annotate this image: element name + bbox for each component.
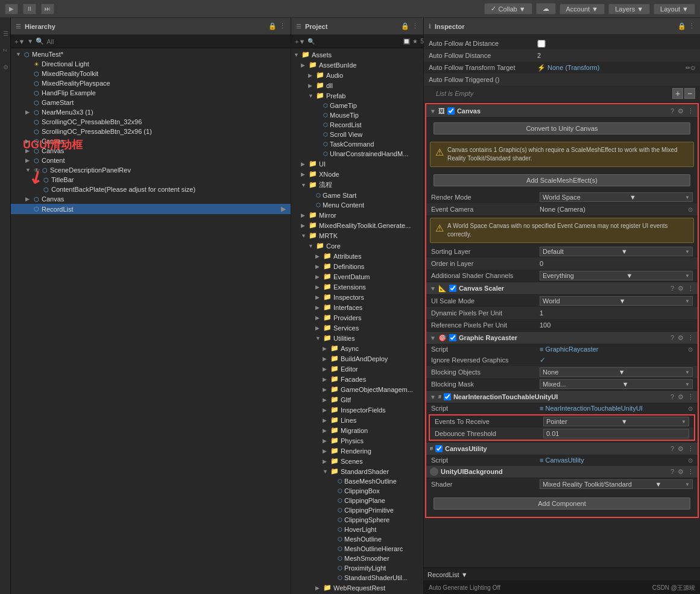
inspector-more-icon[interactable]: ⋮ [689, 22, 695, 30]
list-item[interactable]: ▶ 📁 XNode [291, 169, 423, 179]
project-more-icon[interactable]: ⋮ [412, 22, 418, 30]
canvas-scaler-settings-icon[interactable]: ⚙ [678, 285, 684, 292]
list-item[interactable]: ▶ ⬡ MixedRealityToolkit [11, 69, 291, 78]
pause-button[interactable]: ⏸ [23, 4, 36, 14]
canvas-scaler-header[interactable]: ▼ 📐 Canvas Scaler ? ⚙ ⋮ [426, 282, 698, 295]
canvas-utility-more-icon[interactable]: ⋮ [687, 445, 694, 453]
list-item[interactable]: ▼ 📁 StandardShader [291, 466, 423, 476]
list-item[interactable]: ⬡ ClippingPlane [291, 496, 423, 505]
list-item[interactable]: ▼ 📁 Prefab [291, 90, 423, 101]
list-item[interactable]: ▼ 📁 Utilities [291, 333, 423, 343]
list-item[interactable]: ▶ 📁 Providers [291, 312, 423, 323]
cloud-button[interactable]: ☁ [536, 3, 556, 14]
near-script-target-icon[interactable]: ⊙ [688, 405, 693, 412]
project-search-input[interactable] [317, 38, 400, 45]
sorting-layer-select[interactable]: Default ▼ [540, 247, 693, 256]
list-item[interactable]: ▶ 📁 Scenes [291, 456, 423, 466]
list-item[interactable]: ▶ 📁 Editor [291, 364, 423, 374]
list-item[interactable]: ▶ ⬡ Content [11, 156, 291, 165]
list-item[interactable]: ▶ ☀ Directional Light [11, 59, 291, 69]
list-item[interactable]: ⬡ ClippingBox [291, 486, 423, 496]
list-item[interactable]: ▼ 📁 MRTK [291, 230, 423, 241]
events-to-receive-select[interactable]: Pointer ▼ [543, 417, 689, 426]
list-item[interactable]: ⬡ RecordList [291, 120, 423, 130]
list-item[interactable]: ▶ 📁 UI [291, 159, 423, 169]
list-item[interactable]: ▶ 📁 InspectorFields [291, 405, 423, 415]
hierarchy-search-input[interactable] [46, 38, 287, 45]
list-item[interactable]: ▶ 📁 Async [291, 343, 423, 353]
list-item[interactable]: ▶ 📁 Extensions [291, 282, 423, 292]
unity-ui-bg-settings-icon[interactable]: ⚙ [678, 468, 684, 476]
graphic-raycaster-settings-icon[interactable]: ⚙ [678, 334, 684, 342]
blocking-mask-select[interactable]: Mixed... ▼ [540, 379, 693, 389]
canvas-utility-enabled-checkbox[interactable] [435, 445, 443, 452]
near-interaction-enabled-checkbox[interactable] [444, 393, 451, 400]
canvas-scaler-enabled-checkbox[interactable] [449, 285, 456, 292]
list-item[interactable]: ⬡ MouseTip [291, 110, 423, 120]
list-item[interactable]: ▶ ⬡ HandFlip Example [11, 88, 291, 98]
graphic-raycaster-help-icon[interactable]: ? [670, 334, 674, 342]
shader-select[interactable]: Mixed Reality Toolkit/Standard ▼ [540, 479, 693, 489]
list-item[interactable]: ⬡ Game Start [291, 191, 423, 200]
list-item[interactable]: ▶ ⬡ MixedRealityPlayspace [11, 78, 291, 88]
list-item[interactable]: ▼ 👁 ⬡ SceneDescriptionPanelRev [11, 165, 291, 175]
canvas-help-icon[interactable]: ? [670, 107, 674, 115]
list-item[interactable]: ▶ 📁 EventDatum [291, 271, 423, 282]
add-scale-mesh-button[interactable]: Add ScaleMeshEffect(s) [434, 174, 690, 186]
list-item[interactable]: ▶ 📁 GameObjectManagem... [291, 384, 423, 394]
list-item[interactable]: ▶ 📁 AssetBunIde [291, 60, 423, 70]
list-item[interactable]: ⬡ Scroll View [291, 130, 423, 139]
list-item[interactable]: ⬡ StandardShaderUtil... [291, 573, 423, 583]
list-item[interactable]: ⬡ ProximityLight [291, 563, 423, 573]
near-interaction-settings-icon[interactable]: ⚙ [678, 393, 684, 401]
list-item[interactable]: ▶ 📁 Definitions [291, 261, 423, 271]
list-item[interactable]: ▼ 📁 Assets [291, 49, 423, 60]
list-item[interactable]: ▶ ⬡ RecordList ▶ [11, 204, 291, 214]
debounce-input[interactable] [543, 429, 689, 438]
canvas-utility-header[interactable]: # CanvasUtility ? ⚙ ⋮ [426, 442, 698, 455]
list-item[interactable]: ▼ ⬡ MenuTest* [11, 49, 291, 59]
auto-follow-distance-checkbox[interactable] [537, 40, 546, 48]
layers-button[interactable]: Layers ▼ [608, 4, 650, 14]
list-item[interactable]: ▶ ⬡ NearMenu3x3 (1) [11, 107, 291, 117]
canvas-enabled-checkbox[interactable] [447, 107, 455, 115]
graphic-raycaster-enabled-checkbox[interactable] [449, 334, 456, 341]
unity-ui-bg-header[interactable]: UnityUIBackground ? ⚙ ⋮ [426, 465, 698, 478]
target-icon[interactable]: ⊙ [690, 65, 695, 71]
side-icon-1[interactable]: ☰ [2, 30, 8, 37]
list-item[interactable]: ▶ 📁 BuildAndDeploy [291, 353, 423, 364]
add-component-button[interactable]: Add Component [434, 498, 690, 510]
inspector-lock-icon[interactable]: 🔒 [678, 22, 686, 30]
list-item[interactable]: ▶ 📁 Physics [291, 435, 423, 446]
list-item[interactable]: ▶ 📁 Mirror [291, 210, 423, 220]
collab-button[interactable]: ✓ Collab ▼ [484, 3, 532, 14]
list-item[interactable]: ▶ ⬡ TitleBar [11, 175, 291, 185]
script-target-icon[interactable]: ⊙ [688, 346, 693, 353]
cu-script-target-icon[interactable]: ⊙ [688, 457, 693, 464]
additional-shader-select[interactable]: Everything ▼ [540, 271, 693, 280]
list-item[interactable]: ▶ ⬡ ScrollingOC_PressableBtn_32x96 (1) [11, 127, 291, 136]
near-interaction-header[interactable]: ▼ # NearInteractionTouchableUnityUI ? ⚙ … [426, 390, 698, 403]
list-item[interactable]: ▶ ⬡ Canvas [11, 194, 291, 204]
play-button[interactable]: ▶ [5, 4, 18, 14]
event-camera-target-icon[interactable]: ⊙ [688, 206, 693, 213]
project-add-icon[interactable]: +▼ [295, 38, 305, 45]
hierarchy-more-icon[interactable]: ⋮ [279, 22, 286, 30]
blocking-objects-select[interactable]: None ▼ [540, 367, 693, 377]
ui-scale-mode-select[interactable]: World ▼ [540, 296, 693, 306]
canvas-scaler-help-icon[interactable]: ? [670, 285, 674, 292]
list-item[interactable]: ▼ 📁 Core [291, 241, 423, 251]
list-item[interactable]: ▶ 📁 WebRequestRest [291, 583, 423, 593]
list-item[interactable]: ⬡ HoverLight [291, 525, 423, 534]
list-item[interactable]: ⬡ ClippingSphere [291, 515, 423, 525]
list-item[interactable]: ▶ 📁 Gltf [291, 394, 423, 405]
graphic-raycaster-more-icon[interactable]: ⋮ [687, 334, 694, 342]
list-item[interactable]: ⬡ MeshSmoother [291, 554, 423, 563]
canvas-utility-help-icon[interactable]: ? [670, 445, 674, 453]
canvas-component-header[interactable]: ▼ 🖼 Canvas ? ⚙ ⋮ [426, 104, 698, 118]
graphic-raycaster-header[interactable]: ▼ 🎯 Graphic Raycaster ? ⚙ ⋮ [426, 331, 698, 344]
list-item[interactable]: ▶ 📁 Lines [291, 415, 423, 425]
account-button[interactable]: Account ▼ [560, 4, 605, 14]
render-mode-select[interactable]: World Space ▼ [540, 192, 693, 202]
list-item[interactable]: ▼ 📁 流程 [291, 179, 423, 191]
